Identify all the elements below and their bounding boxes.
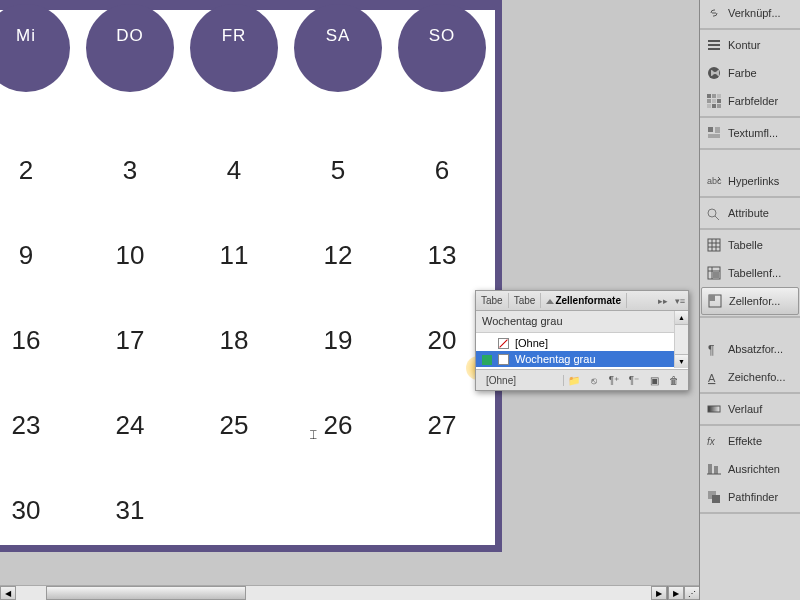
dock-item-swatches[interactable]: Farbfelder: [700, 87, 800, 115]
dock-item-align[interactable]: Ausrichten: [700, 455, 800, 483]
dock-group: EbenenVerknüpf...: [700, 0, 800, 30]
calendar-cell[interactable]: 18: [182, 298, 286, 383]
dock-item-gradient[interactable]: Verlauf: [700, 395, 800, 423]
calendar-cell[interactable]: 30: [0, 468, 78, 553]
style-item-label: [Ohne]: [515, 337, 548, 349]
dock-item-stroke[interactable]: Kontur: [700, 31, 800, 59]
horizontal-scrollbar[interactable]: ◀ ▶ ▶ ⋰: [0, 585, 700, 600]
svg-rect-6: [712, 94, 716, 98]
svg-text:abc: abc: [707, 176, 722, 186]
calendar-cell[interactable]: 6: [390, 128, 494, 213]
scroll-track[interactable]: [16, 586, 651, 600]
calendar-cell[interactable]: 9: [0, 213, 78, 298]
delete-style-button[interactable]: 🗑: [665, 372, 683, 388]
calendar-cell[interactable]: 31: [78, 468, 182, 553]
svg-rect-5: [707, 94, 711, 98]
dock-item-table[interactable]: Tabelle: [700, 231, 800, 259]
dock-item-links[interactable]: Verknüpf...: [700, 0, 800, 27]
svg-rect-11: [707, 104, 711, 108]
dock-item-cellformat[interactable]: Zellenfor...: [701, 287, 799, 315]
weekday-header: Mi DO FR SA SO: [0, 4, 494, 92]
dock-item-paragraph[interactable]: ¶Absatzfor...: [700, 335, 800, 363]
calendar-row: 23 24 25 26 27: [0, 383, 494, 468]
tableformat-icon: [705, 264, 723, 282]
calendar-cell[interactable]: 2: [0, 128, 78, 213]
calendar-cell[interactable]: 27: [390, 383, 494, 468]
panel-scrollbar[interactable]: ▲ ▼: [674, 311, 688, 368]
calendar-cell-next-month[interactable]: 3: [390, 468, 494, 553]
weekday-cell: Mi: [0, 4, 70, 92]
calendar-cell[interactable]: 19: [286, 298, 390, 383]
size-grip[interactable]: ⋰: [684, 586, 700, 600]
calendar-cell-next-month[interactable]: 1: [182, 468, 286, 553]
dock-item-color[interactable]: Farbe: [700, 59, 800, 87]
calendar-cell[interactable]: 11: [182, 213, 286, 298]
calendar-cell[interactable]: 24: [78, 383, 182, 468]
weekday-cell: DO: [86, 4, 174, 92]
svg-rect-26: [708, 464, 712, 474]
applied-indicator-icon: [482, 355, 492, 365]
dock-item-effects[interactable]: fxEffekte: [700, 427, 800, 455]
calendar-cell[interactable]: 5: [286, 128, 390, 213]
dock-gap: [700, 318, 800, 334]
effects-icon: fx: [705, 432, 723, 450]
calendar-cell[interactable]: 26: [286, 383, 390, 468]
cellformat-icon: [706, 292, 724, 310]
calendar-cell[interactable]: 3: [78, 128, 182, 213]
calendar-cell-next-month[interactable]: 2: [286, 468, 390, 553]
style-item-none[interactable]: [Ohne] ✗: [476, 335, 688, 351]
calendar-cell[interactable]: 12: [286, 213, 390, 298]
panel-tab[interactable]: Tabe: [509, 293, 542, 308]
clear-attr-button[interactable]: ¶⁻: [625, 372, 643, 388]
style-item-selected[interactable]: Wochentag grau: [476, 351, 688, 367]
scroll-down-button[interactable]: ▼: [675, 354, 688, 368]
calendar-cell[interactable]: 23: [0, 383, 78, 468]
calendar-cell[interactable]: 16: [0, 298, 78, 383]
table-icon: [705, 236, 723, 254]
dock-item-label: Tabelle: [728, 239, 795, 251]
panel-tab-active[interactable]: Zellenformate: [541, 293, 627, 308]
dock-item-label: Tabellenf...: [728, 267, 795, 279]
dock-item-hyperlinks[interactable]: abcHyperlinks: [700, 167, 800, 195]
svg-rect-19: [713, 272, 719, 278]
document-content[interactable]: Mi DO FR SA SO 2 3 4 5 6 9 10 11 12: [0, 10, 495, 545]
dock-item-tableformat[interactable]: Tabellenf...: [700, 259, 800, 287]
scroll-left-button[interactable]: ◀: [0, 586, 16, 600]
calendar-cell[interactable]: 4: [182, 128, 286, 213]
svg-point-16: [708, 209, 716, 217]
panel-collapse-button[interactable]: ▸▸: [654, 296, 672, 306]
panel-tab[interactable]: Tabe: [476, 293, 509, 308]
dock-item-character[interactable]: AZeichenfo...: [700, 363, 800, 391]
dock-item-attributes[interactable]: Attribute: [700, 199, 800, 227]
break-link-button[interactable]: ⎋: [585, 372, 603, 388]
dock-group: abcHyperlinks: [700, 166, 800, 198]
dock-item-pathfinder[interactable]: Pathfinder: [700, 483, 800, 511]
calendar-cell[interactable]: 25: [182, 383, 286, 468]
dock-item-label: Kontur: [728, 39, 795, 51]
dock-group: TabelleTabellenf...Zellenfor...: [700, 230, 800, 318]
scroll-thumb[interactable]: [46, 586, 246, 600]
calendar-cell[interactable]: 10: [78, 213, 182, 298]
document-page[interactable]: Mi DO FR SA SO 2 3 4 5 6 9 10 11 12: [0, 0, 502, 552]
scroll-up-button[interactable]: ▲: [675, 311, 688, 325]
svg-rect-0: [482, 355, 492, 365]
clear-overrides-button[interactable]: ¶⁺: [605, 372, 623, 388]
styles-list[interactable]: [Ohne] ✗ Wochentag grau: [476, 333, 688, 369]
new-group-button[interactable]: 📁: [565, 372, 583, 388]
cell-styles-panel[interactable]: Tabe Tabe Zellenformate ▸▸ ▾≡ Wochentag …: [475, 290, 689, 391]
weekday-cell: SA: [294, 4, 382, 92]
canvas-area[interactable]: Mi DO FR SA SO 2 3 4 5 6 9 10 11 12: [0, 0, 505, 570]
paragraph-icon: ¶: [705, 340, 723, 358]
dock-item-textwrap[interactable]: Textumfl...: [700, 119, 800, 147]
panel-menu-button[interactable]: ▾≡: [672, 296, 688, 306]
dock-item-label: Pathfinder: [728, 491, 795, 503]
calendar-cell[interactable]: 17: [78, 298, 182, 383]
scroll-right-2-button[interactable]: ▶: [668, 586, 684, 600]
calendar-grid[interactable]: 2 3 4 5 6 9 10 11 12 13 16 17 18 1: [0, 128, 494, 553]
dock-group: fxEffekteAusrichtenPathfinder: [700, 426, 800, 514]
textwrap-icon: [705, 124, 723, 142]
new-style-button[interactable]: ▣: [645, 372, 663, 388]
svg-rect-3: [708, 48, 720, 50]
calendar-cell[interactable]: 13: [390, 213, 494, 298]
scroll-right-button[interactable]: ▶: [651, 586, 667, 600]
